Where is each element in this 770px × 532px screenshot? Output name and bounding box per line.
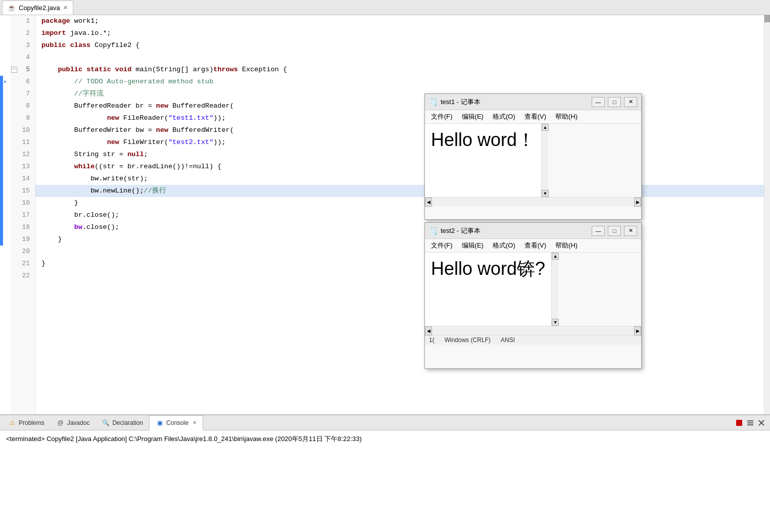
line-number: 1: [10, 15, 35, 27]
tab-javadoc[interactable]: @ Javadoc: [51, 415, 96, 430]
code-line: [35, 246, 764, 258]
notepad1-content: Hello word！: [425, 124, 541, 197]
line-number: 4: [10, 52, 35, 64]
console-tab-close[interactable]: ✕: [192, 420, 197, 425]
gutter-line: [0, 258, 10, 270]
bottom-toolbar: [735, 418, 770, 427]
line-number: 3: [10, 39, 35, 52]
gutter-line: [0, 149, 10, 161]
notepad1-maximize-btn[interactable]: □: [608, 97, 621, 107]
blue-bar: [0, 185, 3, 197]
notepad1-hscroll-left[interactable]: ◀: [425, 198, 432, 207]
notepad2-menu-view[interactable]: 查看(V): [520, 240, 550, 251]
bottom-tab-bar: ⚠ Problems @ Javadoc 🔍 Declaration ▣ Con…: [0, 415, 770, 430]
editor-tab[interactable]: ☕ Copyfile2.java ✕: [2, 1, 73, 15]
code-area: ➤ 1234−5678910111213141516171819202122 p…: [0, 15, 770, 414]
notepad1-icon: 🗒️: [429, 98, 438, 106]
notepad2-menu-help[interactable]: 帮助(H): [551, 240, 582, 251]
blue-bar: [0, 173, 3, 185]
code-line: //字符流: [35, 88, 764, 100]
tab-problems[interactable]: ⚠ Problems: [2, 415, 51, 430]
console-icon: ▣: [156, 419, 164, 427]
line-number: 12: [10, 149, 35, 161]
code-line: // TODO Auto-generated method stub: [35, 76, 764, 88]
notepad2-menu-file[interactable]: 文件(F): [427, 240, 457, 251]
notepad2-window: 🗒️ test2 - 记事本 — □ ✕ 文件(F) 编辑(E) 格式(O) 查…: [424, 222, 642, 369]
tab-javadoc-label: Javadoc: [67, 419, 90, 426]
notepad2-charset: ANSI: [501, 336, 515, 344]
notepad2-minimize-btn[interactable]: —: [592, 226, 605, 236]
code-line: br.close();: [35, 209, 764, 221]
close-panel-icon[interactable]: [757, 418, 766, 427]
blue-bar: [0, 136, 3, 149]
console-text: <terminated> Copyfile2 [Java Application…: [6, 435, 362, 443]
notepad1-menu-help[interactable]: 帮助(H): [551, 111, 582, 122]
gutter-line: [0, 64, 10, 76]
vertical-scrollbar[interactable]: [764, 15, 770, 414]
code-line: [35, 52, 764, 64]
blue-bar: [0, 88, 3, 100]
notepad1-titlebar: 🗒️ test1 - 记事本 — □ ✕: [425, 94, 641, 110]
gutter-line: ➤: [0, 76, 10, 88]
clear-console-icon[interactable]: [746, 418, 755, 427]
code-line: }: [35, 197, 764, 209]
line-number: 22: [10, 270, 35, 282]
gutter-line: [0, 136, 10, 149]
gutter-line: [0, 27, 10, 39]
gutter-line: [0, 88, 10, 100]
collapse-marker[interactable]: −: [11, 67, 17, 73]
line-numbers: 1234−5678910111213141516171819202122: [10, 15, 35, 414]
editor-container: ☕ Copyfile2.java ✕ ➤ 1234−56789101112131…: [0, 0, 770, 414]
notepad2-menu-format[interactable]: 格式(O): [489, 240, 519, 251]
notepad1-hscrollbar[interactable]: ◀ ▶: [425, 197, 641, 206]
notepad1-menu-edit[interactable]: 编辑(E): [458, 111, 488, 122]
gutter-line: [0, 233, 10, 246]
code-content[interactable]: package work1;import java.io.*;public cl…: [35, 15, 764, 414]
notepad2-maximize-btn[interactable]: □: [608, 226, 621, 236]
notepad1-scroll-down[interactable]: ▼: [542, 190, 549, 197]
blue-bar: [0, 124, 3, 136]
gutter-line: [0, 270, 10, 282]
gutter-line: [0, 185, 10, 197]
notepad2-hscroll-left[interactable]: ◀: [425, 326, 432, 335]
tab-declaration[interactable]: 🔍 Declaration: [95, 415, 149, 430]
notepad2-hscroll-right[interactable]: ▶: [634, 326, 641, 335]
line-number: 15: [10, 185, 35, 197]
notepad2-statusbar: 1( Windows (CRLF) ANSI: [425, 335, 641, 345]
tab-declaration-label: Declaration: [112, 419, 143, 426]
java-file-icon: ☕: [8, 4, 16, 12]
notepad2-scroll-down[interactable]: ▼: [552, 319, 559, 326]
tab-close-btn[interactable]: ✕: [63, 5, 68, 11]
notepad2-icon: 🗒️: [429, 227, 438, 235]
code-line: bw.write(str);: [35, 173, 764, 185]
code-line: BufferedWriter bw = new BufferedWriter(: [35, 124, 764, 136]
notepad2-title: test2 - 记事本: [441, 226, 589, 235]
line-number: 2: [10, 27, 35, 39]
svg-rect-1: [747, 420, 753, 421]
svg-rect-0: [736, 420, 742, 426]
blue-bar: [0, 197, 3, 209]
tab-console[interactable]: ▣ Console ✕: [149, 415, 203, 430]
notepad1-hscroll-right[interactable]: ▶: [634, 198, 641, 207]
notepad2-hscrollbar[interactable]: ◀ ▶: [425, 326, 641, 335]
notepad2-titlebar: 🗒️ test2 - 记事本 — □ ✕: [425, 223, 641, 239]
line-number: 10: [10, 124, 35, 136]
notepad2-close-btn[interactable]: ✕: [624, 226, 637, 236]
notepad2-menu-edit[interactable]: 编辑(E): [458, 240, 488, 251]
notepad2-scroll-up[interactable]: ▲: [552, 253, 559, 260]
blue-bar: [0, 233, 3, 246]
code-line: public class Copyfile2 {: [35, 39, 764, 52]
stop-icon[interactable]: [735, 418, 744, 427]
notepad1-menu-view[interactable]: 查看(V): [520, 111, 550, 122]
line-number: 21: [10, 258, 35, 270]
notepad1-menu-format[interactable]: 格式(O): [489, 111, 519, 122]
line-number: 19: [10, 233, 35, 246]
line-number: −5: [10, 64, 35, 76]
blue-bar: [0, 100, 3, 112]
blue-bar: [0, 161, 3, 173]
notepad1-scroll-up[interactable]: ▲: [542, 124, 549, 131]
notepad1-minimize-btn[interactable]: —: [592, 97, 605, 107]
notepad1-close-btn[interactable]: ✕: [624, 97, 637, 107]
line-number: 14: [10, 173, 35, 185]
notepad1-menu-file[interactable]: 文件(F): [427, 111, 457, 122]
